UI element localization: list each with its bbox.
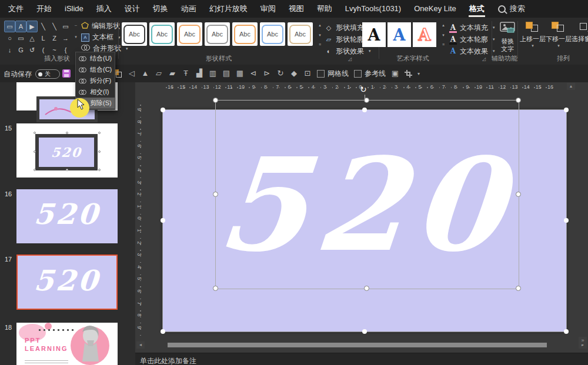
shape-option-icon[interactable]: △ — [26, 32, 38, 44]
menu-tab-iSlide[interactable]: iSlide — [58, 0, 90, 18]
shape-option-icon[interactable]: ↓ — [4, 44, 15, 56]
textbox-resize-handle[interactable] — [213, 286, 218, 291]
checkbox-网格线[interactable]: 网格线 — [317, 69, 349, 79]
button-text-effects[interactable]: A文本效果 — [449, 45, 495, 57]
shapes-gallery-scroll[interactable] — [73, 24, 79, 39]
alt-text-button[interactable]: 替换 文字 — [496, 22, 519, 53]
textbox-resize-handle[interactable] — [364, 286, 369, 291]
toolbar-overflow-icon[interactable]: ▾ — [417, 71, 420, 76]
dialog-launcher-icon[interactable] — [348, 56, 352, 62]
menu-tab-帮助[interactable]: 帮助 — [310, 0, 339, 18]
scroll-up-button[interactable]: ▴ — [567, 83, 575, 90]
button-arrange-3[interactable]: 选择窗格 — [572, 22, 588, 43]
shape-option-icon[interactable]: A — [15, 21, 26, 32]
menu-tab-设计[interactable]: 设计 — [118, 0, 146, 18]
checkbox-参考线[interactable]: 参考线 — [354, 69, 386, 79]
grid-view-icon[interactable]: ▣ — [391, 69, 399, 78]
shape-style-option[interactable]: Abc — [122, 22, 147, 46]
shape-option-icon[interactable]: ↺ — [26, 44, 38, 56]
menu-tab-开始[interactable]: 开始 — [30, 0, 58, 18]
shape-option-icon[interactable]: G — [15, 44, 26, 56]
dialog-launcher-icon[interactable] — [482, 56, 486, 62]
shape-option-icon[interactable]: ▶ — [26, 21, 38, 32]
text-tool-icon[interactable]: Ŧ — [182, 69, 190, 78]
gallery-up-icon[interactable] — [319, 23, 321, 27]
shape-style-option[interactable]: Abc — [149, 22, 175, 46]
button-text-outline[interactable]: A文本轮廓 — [449, 34, 495, 45]
notes-placeholder[interactable]: 单击此处添加备注 — [135, 353, 588, 365]
menu-tab-插入[interactable]: 插入 — [90, 0, 118, 18]
menu-tab-审阅[interactable]: 审阅 — [254, 0, 282, 18]
menu-item-结合(U)[interactable]: 结合(U) — [76, 53, 115, 64]
rotate-handle-icon[interactable]: ↻ — [360, 85, 367, 94]
slide-shape-handle[interactable] — [161, 108, 165, 112]
shape-option-icon[interactable]: ╲ — [38, 21, 49, 32]
menu-tab-文件[interactable]: 文件 — [2, 0, 30, 18]
menu-tab-视图[interactable]: 视图 — [282, 0, 310, 18]
align-end-icon[interactable]: ⊳ — [263, 69, 271, 78]
button-textbox[interactable]: A文本框 — [81, 32, 128, 43]
scrollbar-thumb[interactable] — [168, 343, 547, 347]
selection-box-icon[interactable]: ⊡ — [303, 69, 312, 78]
slide-thumbnail-17[interactable]: 520 — [16, 255, 118, 310]
menu-item-相交(I)[interactable]: 相交(I) — [76, 86, 115, 98]
slide-shape-handle[interactable] — [161, 218, 165, 223]
shape-styles-scroll[interactable] — [316, 23, 323, 46]
slide-shape-handle[interactable] — [161, 329, 165, 334]
button-edit-shape[interactable]: 编辑形状 — [81, 21, 128, 32]
shape-style-option[interactable]: Abc — [260, 22, 285, 46]
slide-thumbnail-15[interactable]: 520 — [16, 123, 118, 178]
wordart-style-option[interactable]: A — [413, 22, 436, 47]
gallery-up-icon[interactable] — [442, 23, 445, 27]
align-start-icon[interactable]: ⊲ — [249, 69, 258, 78]
skew-left-icon[interactable]: ▰ — [168, 69, 176, 78]
menu-tab-幻灯片放映[interactable]: 幻灯片放映 — [203, 0, 254, 18]
textbox-resize-handle[interactable] — [516, 286, 521, 291]
distribute-columns-icon[interactable]: ▤ — [222, 69, 230, 78]
save-icon[interactable] — [62, 69, 71, 78]
search-box[interactable]: 搜索 — [498, 4, 525, 14]
button-arrange-1[interactable]: 上移一层▾ — [520, 22, 546, 48]
menu-tab-动画[interactable]: 动画 — [175, 0, 203, 18]
shape-option-icon[interactable]: → — [60, 32, 71, 44]
textbox-resize-handle[interactable] — [213, 98, 218, 103]
fill-color-icon[interactable]: ◆ — [290, 69, 298, 78]
shape-option-icon[interactable]: ○ — [4, 32, 15, 44]
textbox-resize-handle[interactable] — [516, 98, 521, 103]
bar-chart-icon[interactable]: ▟ — [195, 69, 203, 78]
scroll-left-button[interactable]: ◂ — [136, 341, 145, 349]
skew-right-icon[interactable]: ▱ — [155, 69, 163, 78]
gallery-up-icon[interactable] — [75, 24, 77, 27]
wordart-style-option[interactable]: A — [387, 22, 411, 47]
menu-tab-切换[interactable]: 切换 — [146, 0, 175, 18]
next-slide-button[interactable]: » — [579, 337, 587, 344]
wordart-scroll[interactable] — [440, 23, 447, 46]
shape-option-icon[interactable]: ▭ — [15, 32, 26, 44]
shape-option-icon[interactable]: L — [38, 32, 49, 44]
shape-option-icon[interactable]: ╲ — [49, 21, 60, 32]
shape-option-icon[interactable]: Z — [49, 32, 60, 44]
table-grid-icon[interactable]: ▦ — [236, 69, 244, 78]
slide-thumbnail-18[interactable]: PPTLEARNING — [16, 323, 118, 365]
shape-style-option[interactable]: Abc — [288, 22, 313, 46]
slide-shape-handle[interactable] — [564, 108, 569, 112]
menu-tab-格式[interactable]: 格式 — [463, 0, 491, 18]
menu-tab-OneKey Lite[interactable]: OneKey Lite — [407, 0, 463, 18]
textbox-resize-handle[interactable] — [213, 192, 218, 197]
flip-shape-icon[interactable]: ▲ — [141, 69, 149, 78]
button-text-fill[interactable]: A文本填充 — [449, 22, 495, 34]
menu-item-拆分(F)[interactable]: 拆分(F) — [76, 75, 115, 86]
slide-shape-handle[interactable] — [564, 218, 569, 223]
shape-option-icon[interactable]: ▭ — [4, 21, 15, 32]
menu-tab-LvyhTools(1031)[interactable]: LvyhTools(1031) — [339, 0, 407, 18]
align-left-icon[interactable]: ◁ — [128, 69, 136, 78]
textbox-resize-handle[interactable] — [516, 192, 521, 197]
rotate-right-icon[interactable]: ↻ — [276, 69, 285, 78]
autosave-toggle[interactable]: 关 — [35, 69, 60, 79]
distribute-rows-icon[interactable]: ▥ — [209, 69, 217, 78]
shape-style-option[interactable]: Abc — [232, 22, 258, 46]
menu-item-组合(C)[interactable]: 组合(C) — [76, 64, 115, 75]
button-shape-effects[interactable]: ◐形状效果 — [325, 45, 371, 57]
gallery-down-icon[interactable] — [442, 33, 445, 37]
shape-option-icon[interactable]: ▭ — [60, 21, 71, 32]
